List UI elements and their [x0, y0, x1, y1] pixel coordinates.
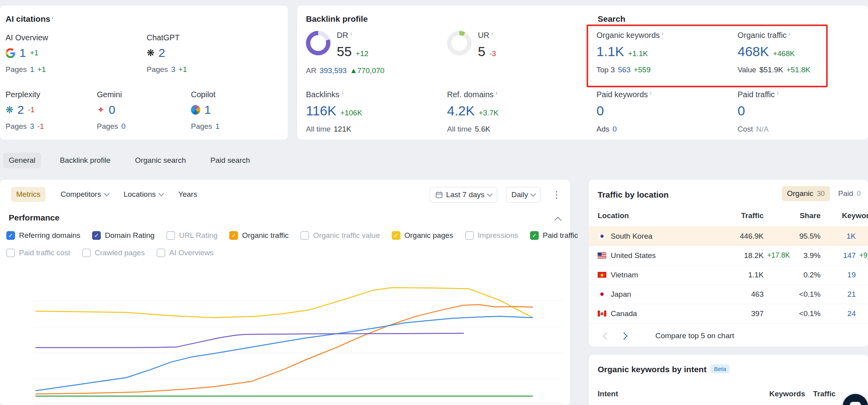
- paid-keywords-value[interactable]: 0: [596, 103, 604, 119]
- info-icon[interactable]: [52, 15, 53, 21]
- table-row[interactable]: Japan 463 <0.1% 21: [589, 284, 868, 304]
- ref-domains-value[interactable]: 4.2K: [447, 103, 475, 119]
- share-value: 3.9%: [772, 251, 821, 260]
- tab-general[interactable]: General: [3, 153, 41, 168]
- ar-value[interactable]: 393,593: [319, 66, 347, 75]
- metric-toggle-paid-traffic-cost[interactable]: Paid traffic cost: [6, 249, 70, 257]
- more-options-button[interactable]: ⋮: [549, 188, 564, 201]
- pages-value[interactable]: 3: [30, 122, 34, 131]
- pages-value[interactable]: 1: [30, 65, 34, 74]
- metric-toggle-referring-domains[interactable]: Referring domains: [6, 231, 80, 240]
- performance-title: Performance: [9, 213, 59, 222]
- ads-value[interactable]: 0: [613, 125, 617, 134]
- table-row[interactable]: United States 18.2K+17.8K 3.9% 147+92: [589, 246, 868, 266]
- table-row[interactable]: Canada 397 <0.1% 24: [589, 304, 868, 324]
- info-icon[interactable]: [662, 31, 663, 37]
- performance-line-chart[interactable]: [33, 275, 564, 405]
- info-icon[interactable]: [351, 31, 352, 37]
- info-icon[interactable]: [650, 90, 651, 96]
- header-share[interactable]: Share: [772, 211, 821, 220]
- metric-toggle-organic-pages[interactable]: Organic pages: [392, 231, 453, 240]
- header-traffic[interactable]: Traffic: [708, 211, 764, 220]
- flag-japan-icon: [598, 291, 606, 297]
- ur-delta: -3: [489, 49, 496, 58]
- competitors-dropdown[interactable]: Competitors: [60, 190, 108, 199]
- checkbox-checked-icon[interactable]: [229, 231, 238, 240]
- metric-toggle-url-rating[interactable]: URL Rating: [166, 231, 218, 240]
- google-icon: [6, 48, 15, 58]
- checkbox-checked-icon[interactable]: [530, 231, 539, 240]
- keywords-link[interactable]: 19: [847, 271, 856, 279]
- metrics-filter-button[interactable]: Metrics: [11, 187, 45, 202]
- pages-value[interactable]: 3: [171, 65, 175, 74]
- traffic-value: 397: [708, 309, 764, 318]
- ref-domains-delta: +3.7K: [479, 109, 498, 117]
- keywords-link[interactable]: 21: [847, 290, 856, 298]
- chatgpt-value[interactable]: 2: [159, 46, 165, 60]
- metric-toggle-paid-traffic[interactable]: Paid traffic: [530, 231, 578, 240]
- paid-traffic-value[interactable]: 0: [738, 103, 745, 119]
- cost-value: N/A: [756, 125, 769, 134]
- organic-toggle-button[interactable]: Organic30: [782, 186, 830, 201]
- checkbox-checked-icon[interactable]: [392, 231, 400, 240]
- pages-value[interactable]: 1: [215, 122, 220, 131]
- organic-keywords-value[interactable]: 1.1K: [596, 44, 624, 59]
- years-button[interactable]: Years: [178, 190, 197, 199]
- prev-page-button[interactable]: [598, 327, 615, 345]
- info-icon[interactable]: [777, 90, 778, 96]
- checkbox-unchecked-icon[interactable]: [157, 249, 165, 257]
- tab-paid-search[interactable]: Paid search: [205, 153, 255, 168]
- keywords-link[interactable]: 1K: [847, 232, 856, 240]
- top3-value[interactable]: 563: [618, 66, 630, 74]
- locations-dropdown[interactable]: Locations: [124, 190, 163, 199]
- metric-toggle-organic-traffic[interactable]: Organic traffic: [229, 231, 289, 240]
- granularity-dropdown[interactable]: Daily: [506, 187, 541, 203]
- info-icon[interactable]: [496, 90, 497, 96]
- keywords-link[interactable]: 24: [847, 309, 856, 318]
- info-icon[interactable]: [789, 31, 790, 37]
- date-range-picker[interactable]: Last 7 days: [430, 187, 497, 203]
- ai-overview-value[interactable]: 1: [19, 46, 26, 60]
- checkbox-unchecked-icon[interactable]: [465, 231, 474, 240]
- paid-toggle-button[interactable]: Paid0: [833, 186, 866, 201]
- dr-value: 55: [337, 44, 352, 59]
- checkbox-checked-icon[interactable]: [92, 231, 101, 240]
- checkbox-unchecked-icon[interactable]: [166, 231, 175, 240]
- info-icon[interactable]: [492, 31, 493, 37]
- checkbox-checked-icon[interactable]: [6, 231, 15, 240]
- pages-label: Pages: [6, 122, 27, 131]
- table-row[interactable]: Vietnam 1.1K 0.2% 19: [589, 265, 868, 285]
- pages-value[interactable]: 0: [121, 122, 126, 131]
- tab-backlink-profile[interactable]: Backlink profile: [55, 153, 116, 168]
- info-icon[interactable]: [342, 90, 343, 96]
- header-keywords[interactable]: Keywords: [842, 211, 868, 220]
- backlinks-value[interactable]: 116K: [306, 103, 336, 119]
- compare-top5-link[interactable]: Compare top 5 on chart: [655, 332, 734, 340]
- provider-name: AI Overview: [6, 33, 48, 42]
- checkbox-unchecked-icon[interactable]: [300, 231, 309, 240]
- search-title: Search: [598, 14, 625, 24]
- ai-overview-delta: +1: [30, 49, 39, 57]
- metric-toggle-domain-rating[interactable]: Domain Rating: [92, 231, 155, 240]
- header-intent[interactable]: Intent: [598, 390, 618, 398]
- keywords-link[interactable]: 147: [843, 251, 856, 260]
- header-location[interactable]: Location: [598, 211, 629, 220]
- location-name: Vietnam: [611, 271, 638, 279]
- gemini-value[interactable]: 0: [109, 103, 115, 117]
- checkbox-unchecked-icon[interactable]: [82, 249, 91, 257]
- metric-toggle-organic-traffic-value[interactable]: Organic traffic value: [300, 231, 380, 240]
- metric-toggle-impressions[interactable]: Impressions: [465, 231, 518, 240]
- perplexity-value[interactable]: 2: [17, 103, 24, 117]
- table-row[interactable]: South Korea 446.9K 95.5% 1K: [589, 226, 868, 246]
- header-traffic[interactable]: Traffic: [787, 390, 836, 398]
- next-page-button[interactable]: [615, 327, 632, 345]
- copilot-value[interactable]: 1: [204, 103, 211, 117]
- granularity-label: Daily: [511, 190, 528, 199]
- ur-donut-chart: [447, 31, 472, 55]
- tab-organic-search[interactable]: Organic search: [129, 153, 191, 168]
- metric-toggle-ai-overviews[interactable]: AI Overviews: [157, 249, 213, 257]
- metric-toggle-crawled-pages[interactable]: Crawled pages: [82, 249, 145, 257]
- checkbox-unchecked-icon[interactable]: [6, 249, 15, 257]
- organic-traffic-value[interactable]: 468K: [738, 44, 769, 59]
- collapse-chevron-icon[interactable]: [554, 217, 561, 224]
